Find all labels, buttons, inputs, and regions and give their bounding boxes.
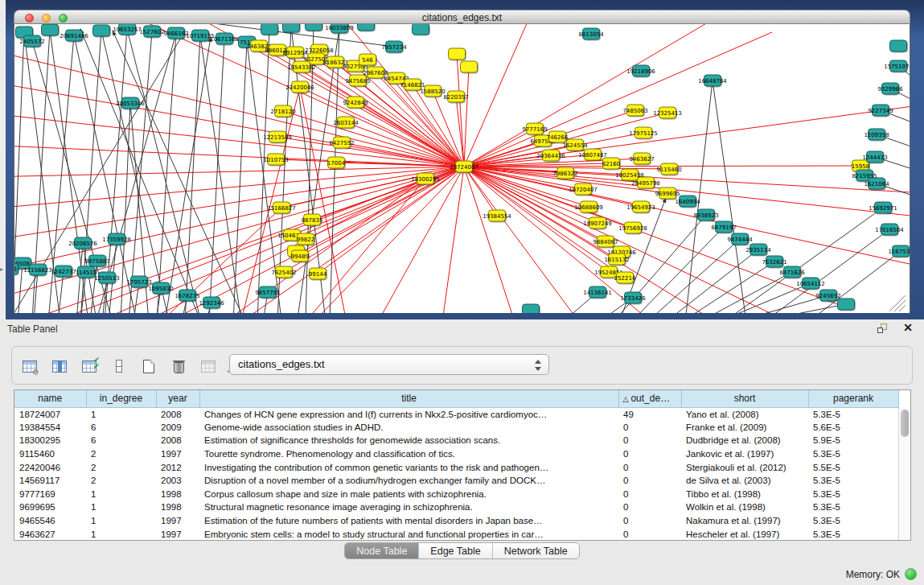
- table-cell[interactable]: 2: [86, 460, 156, 474]
- table-cell[interactable]: Estimation of significance thresholds fo…: [199, 434, 618, 447]
- graph-node[interactable]: 62160: [602, 158, 620, 169]
- table-cell[interactable]: 2003: [156, 474, 199, 488]
- column-header-out_de[interactable]: △out_de…: [618, 390, 681, 407]
- show-columns-icon[interactable]: [48, 355, 71, 377]
- table-cell[interactable]: Wolkin et al. (1998): [681, 501, 808, 514]
- table-cell[interactable]: 9115460: [14, 447, 86, 461]
- table-cell[interactable]: 0: [618, 488, 681, 501]
- graph-edge[interactable]: [464, 32, 772, 167]
- graph-node[interactable]: 14136141: [583, 286, 612, 298]
- table-cell[interactable]: 1: [86, 501, 156, 514]
- graph-node[interactable]: 19384554: [483, 210, 511, 221]
- canvas-resize-grip-icon[interactable]: [889, 295, 906, 311]
- graph-node[interactable]: 17016504: [875, 224, 904, 235]
- table-cell[interactable]: 9465546: [14, 514, 86, 528]
- column-header-year[interactable]: year: [156, 390, 199, 407]
- table-cell[interactable]: 1997: [156, 514, 199, 528]
- table-cell[interactable]: Genome-wide association studies in ADHD.: [199, 421, 618, 435]
- table-row[interactable]: 969969511998Structural magnetic resonanc…: [14, 501, 898, 514]
- graph-node[interactable]: 17004: [327, 157, 346, 168]
- tab-node-table[interactable]: Node Table: [345, 543, 419, 558]
- table-cell[interactable]: 19384554: [14, 421, 86, 435]
- graph-node[interactable]: 1621064: [864, 178, 889, 189]
- graph-node[interactable]: 9777169: [522, 123, 547, 134]
- graph-node[interactable]: 114519: [76, 266, 97, 278]
- graph-node[interactable]: 9884067: [593, 236, 618, 247]
- table-row[interactable]: 1872400712008Changes of HCN gene express…: [14, 407, 898, 421]
- graph-edge[interactable]: [185, 35, 200, 313]
- graph-node[interactable]: 1678275: [175, 290, 199, 301]
- graph-node[interactable]: 99144: [309, 268, 327, 279]
- graph-node[interactable]: [261, 24, 278, 35]
- graph-node[interactable]: [461, 61, 478, 72]
- table-cell[interactable]: Hescheler et al. (1997): [681, 527, 808, 541]
- graph-node[interactable]: 9227349: [868, 105, 893, 116]
- graph-node[interactable]: 8938923: [693, 209, 718, 220]
- table-scrollbar[interactable]: [898, 407, 910, 540]
- graph-node[interactable]: 10688609: [574, 201, 603, 212]
- table-cell[interactable]: Tourette syndrome. Phenomenology and cla…: [199, 447, 618, 461]
- graph-node[interactable]: 15166827: [267, 202, 296, 213]
- graph-edge[interactable]: [464, 24, 531, 167]
- table-cell[interactable]: 5.9E-5: [808, 434, 898, 447]
- graph-edge[interactable]: [306, 179, 425, 313]
- graph-node[interactable]: 9242848: [343, 97, 368, 108]
- graph-node[interactable]: 7632621: [762, 256, 786, 267]
- graph-node[interactable]: 12213589: [263, 131, 292, 142]
- table-cell[interactable]: 0: [618, 447, 681, 461]
- delete-table-icon[interactable]: [167, 355, 190, 377]
- table-cell[interactable]: 1997: [156, 447, 199, 461]
- graph-edge[interactable]: [464, 167, 910, 217]
- table-cell[interactable]: 5.3E-5: [808, 514, 898, 528]
- table-cell[interactable]: Stergiakouli et al. (2012): [681, 460, 808, 474]
- new-table-icon[interactable]: [138, 355, 160, 377]
- graph-node[interactable]: 17359928: [102, 233, 131, 245]
- graph-node[interactable]: 9463627: [629, 153, 654, 164]
- graph-node[interactable]: 8220357: [443, 91, 468, 102]
- graph-node[interactable]: 12325413: [653, 107, 682, 118]
- table-row[interactable]: 977716911998Corpus callosum shape and si…: [14, 488, 898, 501]
- table-cell[interactable]: Structural magnetic resonance image aver…: [199, 501, 618, 514]
- graph-node[interactable]: [449, 48, 466, 60]
- table-cell[interactable]: 0: [618, 514, 681, 528]
- graph-edge[interactable]: [306, 167, 464, 239]
- graph-node[interactable]: 22420046: [285, 81, 314, 93]
- table-cell[interactable]: Estimation of the future numbers of pati…: [199, 514, 618, 528]
- graph-node[interactable]: [306, 24, 322, 31]
- table-cell[interactable]: 5.3E-5: [808, 474, 898, 488]
- table-cell[interactable]: Tibbo et al. (1998): [681, 488, 808, 501]
- graph-node[interactable]: [838, 299, 855, 310]
- table-selector-dropdown[interactable]: citations_edges.txt: [229, 354, 549, 375]
- graph-node[interactable]: 746266: [547, 131, 569, 142]
- table-cell[interactable]: 5.5E-5: [808, 460, 898, 474]
- graph-node[interactable]: 3313: [14, 263, 18, 274]
- graph-edge[interactable]: [700, 272, 792, 313]
- graph-edge[interactable]: [464, 167, 515, 313]
- table-cell[interactable]: 1998: [156, 501, 199, 514]
- table-cell[interactable]: Nakamura et al. (1997): [681, 514, 808, 528]
- table-cell[interactable]: 1: [86, 407, 156, 421]
- table-cell[interactable]: Yano et al. (2008): [681, 407, 808, 421]
- table-cell[interactable]: 6: [86, 434, 156, 447]
- graph-node[interactable]: 20053346: [116, 97, 145, 109]
- graph-node[interactable]: 2935114: [745, 244, 771, 255]
- float-panel-icon[interactable]: [877, 323, 889, 334]
- graph-node[interactable]: 887835: [302, 214, 323, 225]
- graph-node[interactable]: 99822: [297, 233, 314, 245]
- graph-edge[interactable]: [233, 42, 247, 313]
- graph-edge[interactable]: [464, 67, 469, 167]
- table-cell[interactable]: 18300295: [14, 434, 86, 447]
- graph-node[interactable]: 17975125: [629, 127, 658, 138]
- graph-edge[interactable]: [724, 208, 883, 313]
- table-row[interactable]: 946554611997Estimation of the future num…: [14, 514, 898, 528]
- graph-edge[interactable]: [442, 167, 464, 313]
- graph-edge[interactable]: [378, 167, 464, 313]
- table-cell[interactable]: 49: [618, 407, 681, 421]
- table-cell[interactable]: 5.3E-5: [808, 488, 898, 501]
- graph-node[interactable]: 2603144: [333, 117, 359, 128]
- table-scrollbar-thumb[interactable]: [901, 410, 909, 437]
- graph-edge[interactable]: [756, 304, 846, 313]
- table-cell[interactable]: Investigating the contribution of common…: [199, 460, 618, 474]
- table-cell[interactable]: 5.3E-5: [808, 447, 898, 461]
- graph-node[interactable]: 3624554: [562, 139, 588, 150]
